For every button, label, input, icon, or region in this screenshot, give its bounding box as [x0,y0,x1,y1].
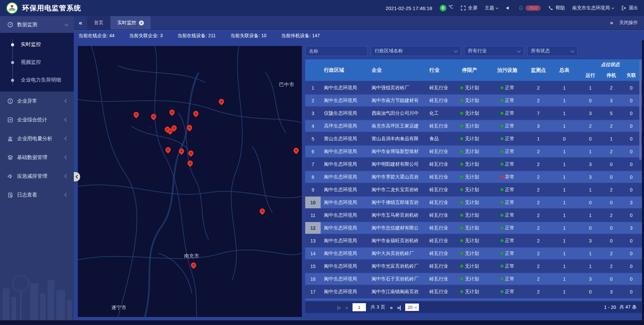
status-dot [500,277,503,280]
tabs-scroll-left-button[interactable]: « [74,16,87,30]
map-pin[interactable] [192,110,200,118]
filter-row: 行政区域名称 所有行业 所有状态 [305,46,642,56]
sidebar-item[interactable]: 数据监测 [0,16,74,33]
sidebar-item[interactable]: 企业异常 [0,92,74,110]
cell-offline: 0 [621,273,642,285]
sidebar-item[interactable]: 应急减排管理 [0,167,74,185]
table-row[interactable]: 7 阆中生态环境局 阆中明阳建材有限公司 砖瓦行业 无计划 正常 2 1 3 0… [305,158,642,170]
tab-close-icon[interactable]: × [139,20,144,25]
region-select[interactable]: 行政区域名称 [371,46,461,56]
sidebar-subitem[interactable]: 视频监控 [0,53,74,71]
chevron-left-icon [75,175,79,178]
cell-industry: 砖瓦行业 [426,197,451,208]
map-pin[interactable] [178,147,185,155]
tabs-scroll-right-button[interactable]: » [610,19,613,26]
name-search-input[interactable] [305,46,368,56]
map-pin[interactable] [186,159,194,167]
table-row[interactable]: 5 营山生态环境局 营山县润丰肉食品有限 食品 无计划 正常 1 0 0 1 0 [305,133,642,145]
sidebar-item[interactable]: 企业综合统计 [0,110,74,129]
table-row[interactable]: 1 阆中生态环境局 阆中强锐页岩砖厂 砖瓦行业 无计划 正常 2 1 1 2 0 [305,82,642,94]
status-dot-green [460,290,463,293]
table-row[interactable]: 8 阆中生态环境局 阆中市枣碧大梁山页岩 砖瓦行业 无计划 异常 2 1 3 0… [305,171,642,183]
sidebar: 数据监测 实时监控视频监控企业电力负荷明细 企业异常 企业综合统计 企业用电量分… [0,16,74,320]
table-scrollbar[interactable] [639,59,641,160]
tab[interactable]: 首页 [87,16,110,30]
next-page-button[interactable]: » [390,305,392,310]
prev-page-button[interactable]: « [345,305,348,310]
stat-label: 当前在线设备 [177,33,208,38]
page-size-select[interactable]: 20 [405,304,419,311]
cell-region: 南部生态环境局 [321,299,368,301]
sidebar-subitem[interactable]: 实时监控 [0,36,74,53]
tab[interactable]: 实时监控× [111,16,151,30]
cell-industry: 砖瓦行业 [426,158,451,170]
tab-bar: « 首页实时监控× » 关闭操作 [74,16,644,30]
map-pin[interactable] [164,146,172,154]
table-row[interactable]: 4 高坪生态环境局 南充市高坪区王家店建 砖瓦行业 无计划 正常 3 1 2 2… [305,120,642,132]
map-pin[interactable] [190,261,197,269]
cell-industry: 砖瓦行业 [426,184,451,196]
table-row[interactable]: 10 阆中生态环境局 阆中千佛镇五郎垭页岩 砖瓦行业 无计划 正常 2 1 0 … [305,197,642,208]
header-region: 行政区域 [321,59,368,81]
table-row[interactable]: 3 仪陇生态环境局 西南油气田分公司川中 化工 无计划 正常 7 1 3 5 0 [305,107,642,119]
notifications-widget[interactable]: 2632 [518,5,541,11]
map-pin[interactable] [258,208,266,215]
table-row[interactable]: 11 阆中生态环境局 阆中市五马桥页岩机砖 砖瓦行业 无计划 正常 2 1 1 … [305,209,642,221]
map-pin[interactable] [132,111,140,118]
logout-button[interactable]: 退出 [621,5,638,11]
cell-limit-status: 无计划 [451,82,488,94]
theme-dropdown[interactable]: 主题 [485,5,498,11]
table-row[interactable]: 9 阆中生态环境局 阆中市二龙长宝页岩砖 砖瓦行业 无计划 正常 2 1 1 2… [305,184,642,196]
cell-meters: 1 [550,222,579,234]
map-pin[interactable] [217,98,225,105]
table-body: 1 阆中生态环境局 阆中强锐页岩砖厂 砖瓦行业 无计划 正常 2 1 1 2 0… [305,82,642,301]
org-dropdown[interactable]: 南充市生态环境局 [572,5,614,11]
table-row[interactable]: 15 阆中生态环境局 阆中市光富页岩机砖厂 砖瓦行业 无计划 正常 2 1 1 … [305,260,642,272]
cell-facility-status: 正常 [488,120,527,132]
cell-industry: 砖瓦行业 [426,95,451,106]
cell-region: 阆中生态环境局 [321,82,368,94]
sidebar-item-label: 企业综合统计 [17,117,47,123]
map-panel[interactable]: 巴中市南充市遂宁市 [78,46,302,317]
sidebar-item-label: 企业异常 [17,98,37,104]
table-row[interactable]: 16 阆中生态环境局 阆中市石子页岩机砖厂 砖瓦行业 无计划 正常 2 1 3 … [305,273,642,285]
table-row[interactable]: 17 阆中生态环境局 阆中市江南镇阆南页岩 砖瓦行业 无计划 正常 2 1 0 … [305,286,642,297]
status-dot-green [460,252,463,255]
map-pin[interactable] [292,147,300,155]
status-dot-green [460,175,463,178]
map-pin[interactable] [186,124,194,132]
cell-running: 3 [579,107,602,119]
page-input[interactable] [353,303,366,311]
cell-meters: 0 [550,133,579,145]
close-actions-button[interactable]: 关闭操作 [619,20,638,26]
sidebar-item[interactable]: 基础数据管理 [0,148,74,167]
table-row[interactable]: 18 南部生态环境局 南部县双佳木业有限公 砖瓦行业 无计划 正常 2 1 0 … [305,299,642,301]
cell-points: 2 [527,286,550,297]
table-row[interactable]: 13 阆中生态环境局 阆中市金福旺页岩机砖 砖瓦行业 无计划 正常 2 1 3 … [305,235,642,247]
status-dot-green [460,99,463,102]
sidebar-item[interactable]: 日志查看 [0,185,74,204]
map-pin[interactable] [168,108,176,116]
cell-offline: 0 [621,95,642,106]
cell-stopped: 0 [602,197,621,208]
first-page-button[interactable]: |« [337,305,341,310]
map-pin[interactable] [150,113,157,121]
status-select[interactable]: 所有状态 [527,46,578,56]
table-row[interactable]: 2 阆中生态环境局 阆中市南方节能建材有 砖瓦行业 无计划 正常 2 1 0 3… [305,95,642,106]
cell-industry: 砖瓦行业 [426,171,451,183]
cell-meters: 1 [550,197,579,208]
fullscreen-button[interactable]: 全屏 [461,5,477,11]
cell-meters: 1 [550,248,579,259]
sidebar-item[interactable]: 企业用电量分析 [0,129,74,148]
sidebar-subitem[interactable]: 企业电力负荷明细 [0,71,74,89]
cell-running: 2 [579,120,602,132]
industry-select[interactable]: 所有行业 [464,46,524,56]
map-pin[interactable] [187,149,195,157]
help-button[interactable]: 帮助 [548,5,565,11]
table-row[interactable]: 14 阆中生态环境局 阆中大兴页岩机砖厂 砖瓦行业 无计划 正常 2 1 1 2… [305,248,642,259]
cell-offline: 0 [621,235,642,247]
last-page-button[interactable]: »| [397,305,401,310]
sound-button[interactable] [505,5,511,11]
table-row[interactable]: 6 阆中生态环境局 阆中市金博瑞新型墙材 砖瓦行业 无计划 正常 2 1 1 2… [305,146,642,157]
table-row[interactable]: 12 阆中生态环境局 阆中市忠信建材有限公 砖瓦行业 无计划 正常 2 1 0 … [305,222,642,234]
